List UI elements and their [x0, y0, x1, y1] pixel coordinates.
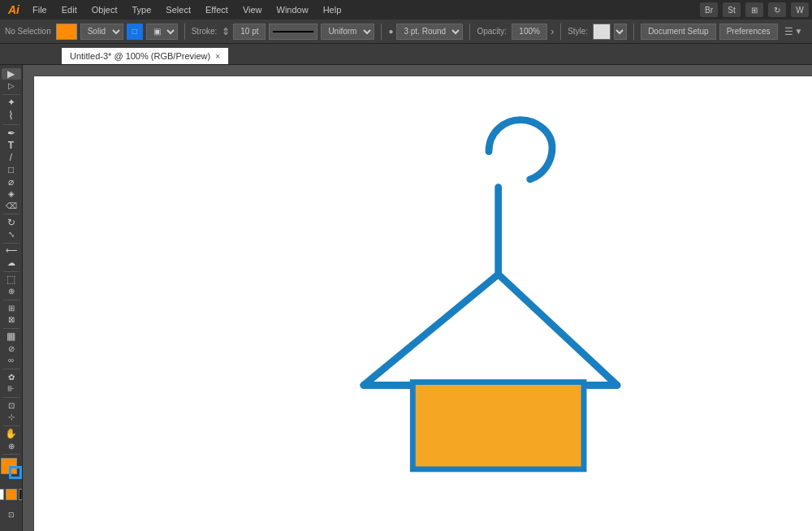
style-label: Style:	[568, 27, 588, 36]
app-logo: Ai	[3, 3, 24, 16]
tool-separator-1	[3, 94, 19, 95]
stroke-mode-dropdown[interactable]: ▣	[146, 24, 178, 40]
tool-slice[interactable]: ⊹	[2, 412, 21, 423]
tab-bar: Untitled-3* @ 100% (RGB/Preview) ×	[0, 44, 812, 65]
stroke-cap-dropdown[interactable]: 3 pt. Round	[396, 24, 463, 40]
separator-4	[560, 24, 561, 40]
mode-btn[interactable]: □	[127, 24, 143, 40]
svg-line-1	[499, 274, 617, 386]
extra-chevron[interactable]: ▼	[795, 27, 803, 36]
grid-icon[interactable]: ⊞	[745, 2, 763, 17]
shirt-body-rect[interactable]	[412, 382, 584, 469]
tool-shape-builder[interactable]: ⊕	[2, 286, 21, 297]
left-toolbar: ▶ ▷ ✦ ⌇ ✒ T / □ ⌀ ◈ ⌫ ↻ ⤡ ⟵ ☁ ⬚ ⊕ ⊞ ⊠ ▦ …	[0, 65, 23, 531]
artboard[interactable]	[34, 76, 812, 531]
tab-title: Untitled-3* @ 100% (RGB/Preview)	[70, 51, 210, 61]
tool-artboard[interactable]: ⊡	[2, 399, 21, 411]
main-area: ▶ ▷ ✦ ⌇ ✒ T / □ ⌀ ◈ ⌫ ↻ ⤡ ⟵ ☁ ⬚ ⊕ ⊞ ⊠ ▦ …	[0, 65, 812, 531]
menu-select[interactable]: Select	[159, 3, 197, 16]
menu-view[interactable]: View	[236, 3, 269, 16]
ruler-vertical	[23, 76, 34, 531]
tool-width[interactable]: ⟵	[2, 245, 21, 257]
document-setup-button[interactable]: Document Setup	[641, 24, 716, 40]
stock-icon[interactable]: St	[723, 2, 741, 17]
tab-close-btn[interactable]: ×	[215, 52, 220, 61]
document-tab[interactable]: Untitled-3* @ 100% (RGB/Preview) ×	[62, 47, 229, 64]
sync-icon[interactable]: ↻	[768, 2, 786, 17]
stroke-up-down[interactable]: ⇕	[222, 26, 230, 37]
tool-rotate[interactable]: ↻	[2, 217, 21, 228]
color-swatch[interactable]	[6, 489, 17, 500]
tool-perspective[interactable]: ⊞	[2, 302, 21, 313]
tool-free-transform[interactable]: ⬚	[2, 274, 21, 285]
menu-type[interactable]: Type	[126, 3, 158, 16]
menu-object[interactable]: Object	[85, 3, 124, 16]
artwork-svg	[34, 76, 812, 531]
stroke-width-input[interactable]	[233, 24, 266, 40]
opacity-input[interactable]	[512, 24, 547, 40]
separator-2	[381, 24, 382, 40]
stroke-type-dropdown[interactable]: Uniform	[321, 24, 374, 40]
tool-separator-3	[3, 214, 19, 214]
stroke-style-preview[interactable]	[269, 24, 317, 40]
separator-1	[184, 24, 185, 40]
tool-separator-2	[3, 124, 19, 125]
hanger-group	[364, 120, 617, 386]
tool-warp[interactable]: ☁	[2, 257, 21, 269]
menu-edit[interactable]: Edit	[55, 3, 84, 16]
tool-scale[interactable]: ⤡	[2, 229, 21, 240]
stroke-label: Stroke:	[192, 27, 218, 36]
tool-blend[interactable]: ∞	[2, 355, 21, 366]
style-dropdown[interactable]	[614, 24, 627, 40]
tool-separator-4	[3, 243, 19, 244]
panel-icons: ⊡	[2, 505, 21, 525]
tool-paintbrush[interactable]: ⌀	[2, 176, 21, 188]
stroke-swatch[interactable]	[9, 466, 22, 479]
menu-help[interactable]: Help	[317, 3, 348, 16]
tool-rect[interactable]: □	[2, 164, 21, 175]
selection-label: No Selection	[5, 27, 51, 36]
separator-5	[633, 24, 634, 40]
tool-separator-7	[3, 328, 19, 329]
tool-eyedropper[interactable]: ⊘	[2, 343, 21, 354]
fill-color-swatch[interactable]	[56, 24, 77, 40]
preferences-button[interactable]: Preferences	[719, 24, 778, 40]
tool-selection[interactable]: ▶	[2, 68, 21, 80]
tool-mesh[interactable]: ⊠	[2, 314, 21, 326]
tool-type[interactable]: T	[2, 140, 21, 151]
tool-blob-brush[interactable]: ◈	[2, 188, 21, 200]
bridge-icon[interactable]: Br	[700, 2, 718, 17]
canvas-area[interactable]	[23, 65, 812, 531]
tool-eraser[interactable]: ⌫	[2, 201, 21, 212]
panel-icon-1[interactable]: ⊡	[2, 505, 21, 525]
tool-symbol[interactable]: ✿	[2, 371, 21, 382]
tool-separator-8	[3, 369, 19, 369]
tool-magic-wand[interactable]: ✦	[2, 97, 21, 108]
svg-line-0	[364, 274, 499, 386]
tool-gradient[interactable]: ▦	[2, 330, 21, 342]
extra-icon[interactable]: ☰	[784, 26, 793, 37]
separator-3	[469, 24, 470, 40]
style-preview[interactable]	[593, 24, 611, 40]
fill-type-dropdown[interactable]: Solid	[80, 24, 123, 40]
stroke-point-icon: ●	[388, 27, 393, 36]
menu-window[interactable]: Window	[270, 3, 315, 16]
color-swatches	[1, 458, 22, 479]
tool-lasso[interactable]: ⌇	[2, 109, 21, 122]
menu-effect[interactable]: Effect	[199, 3, 235, 16]
expand-arrow[interactable]: ›	[551, 26, 554, 37]
user-icon[interactable]: W	[791, 2, 809, 17]
tool-line[interactable]: /	[2, 152, 21, 163]
tool-pen[interactable]: ✒	[2, 127, 21, 139]
tool-hand[interactable]: ✋	[2, 428, 21, 439]
tool-graph[interactable]: ⊪	[2, 383, 21, 395]
ruler-horizontal	[34, 65, 812, 76]
menubar-right: Br St ⊞ ↻ W	[700, 2, 809, 17]
tool-zoom[interactable]: ⊕	[2, 440, 21, 451]
color-section: ⊡	[0, 452, 22, 528]
tool-direct-selection[interactable]: ▷	[2, 80, 21, 92]
tool-separator-color	[3, 454, 19, 455]
color-mode-row	[0, 489, 23, 500]
menu-file[interactable]: File	[26, 3, 54, 16]
no-color-swatch[interactable]	[0, 489, 4, 500]
